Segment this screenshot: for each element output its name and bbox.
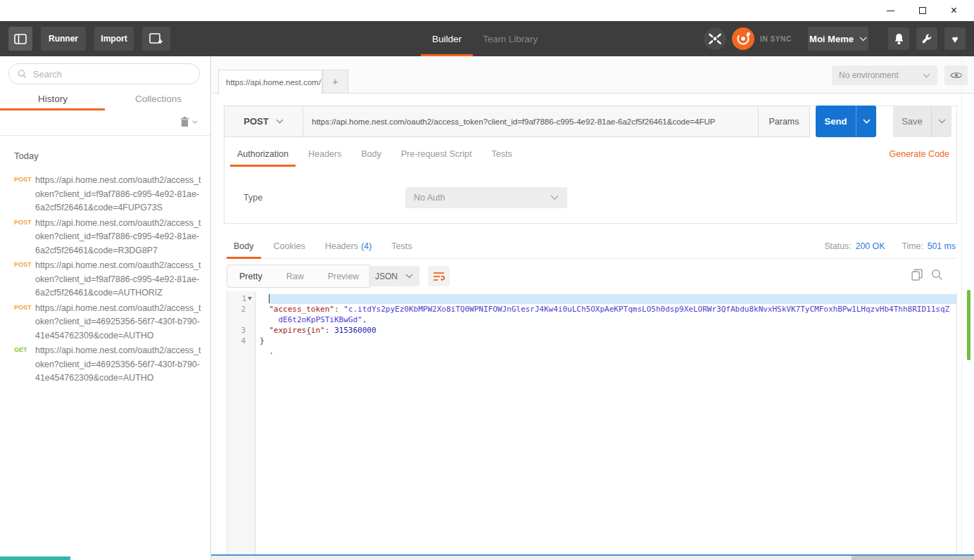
horizontal-scrollbar[interactable] — [211, 554, 974, 560]
view-pretty-button[interactable]: Pretty — [227, 265, 274, 287]
search-response-button[interactable] — [931, 269, 943, 284]
tab-pre-request-script[interactable]: Pre-request Script — [391, 141, 482, 167]
params-button[interactable]: Params — [758, 106, 809, 136]
line-number: 2 — [227, 304, 255, 314]
response-view-switcher: Pretty Raw Preview — [227, 265, 372, 288]
tab-response-cookies[interactable]: Cookies — [264, 234, 315, 259]
vertical-scrollbar-thumb[interactable] — [967, 290, 970, 360]
new-window-button[interactable] — [142, 27, 170, 51]
tab-headers[interactable]: Headers — [298, 141, 351, 167]
close-icon: × — [951, 5, 957, 16]
tab-label: Tests — [391, 241, 412, 251]
history-section-label: Today — [14, 151, 39, 161]
send-button[interactable]: Send — [816, 106, 856, 137]
tab-response-body[interactable]: Body — [224, 234, 264, 259]
tab-team-library[interactable]: Team Library — [483, 21, 538, 56]
list-item[interactable]: POST https://api.home.nest.com/oauth2/ac… — [0, 217, 210, 258]
history-list: POST https://api.home.nest.com/oauth2/ac… — [0, 174, 210, 387]
runner-button[interactable]: Runner — [41, 27, 86, 51]
code-token: "access_token" — [269, 305, 334, 314]
trash-icon — [180, 117, 189, 127]
send-options-button[interactable] — [856, 106, 876, 137]
sidebar-toggle-icon — [14, 34, 27, 44]
auth-type-value: No Auth — [414, 193, 445, 203]
tab-label: Tests — [491, 149, 512, 159]
search-input[interactable] — [8, 63, 200, 84]
method-selector[interactable]: POST — [224, 106, 303, 136]
time-label: Time: — [902, 241, 923, 251]
main-panel: https://api.home.nest.com/ + No environm… — [211, 56, 974, 560]
request-tab[interactable]: https://api.home.nest.com/ — [218, 70, 322, 94]
fold-caret-icon[interactable] — [248, 297, 252, 300]
code-token — [260, 326, 269, 335]
generate-code-link[interactable]: Generate Code — [890, 141, 949, 167]
editor-code-area[interactable]: { "access_token": "c.itdYs2pyEz0KbMPW2Xo… — [255, 291, 956, 554]
new-tab-button[interactable]: + — [322, 70, 348, 94]
save-button[interactable]: Save — [893, 106, 931, 137]
format-selector[interactable]: JSON — [369, 266, 419, 286]
environment-selector[interactable]: No environment — [832, 65, 937, 85]
chevron-down-icon — [405, 274, 413, 279]
search-field[interactable] — [33, 69, 191, 79]
tab-label: Headers — [308, 149, 341, 159]
chevron-down-icon — [859, 37, 867, 42]
maximize-icon — [919, 7, 926, 14]
sync-status-button[interactable] — [732, 27, 754, 50]
account-menu-button[interactable]: Moi Meme — [808, 27, 868, 51]
copy-response-button[interactable] — [911, 269, 923, 284]
view-raw-button[interactable]: Raw — [274, 265, 316, 287]
favorites-button[interactable]: ♥ — [944, 27, 966, 50]
chevron-down-icon — [923, 73, 930, 78]
history-url: https://api.home.nest.com/oauth2/access_… — [35, 344, 203, 386]
list-item[interactable]: POST https://api.home.nest.com/oauth2/ac… — [0, 174, 210, 215]
list-item[interactable]: GET https://api.home.nest.com/oauth2/acc… — [0, 344, 210, 386]
save-options-button[interactable] — [931, 106, 951, 137]
tab-history[interactable]: History — [0, 90, 106, 108]
notifications-button[interactable] — [888, 27, 909, 50]
list-item[interactable]: POST https://api.home.nest.com/oauth2/ac… — [0, 259, 210, 300]
code-line: dE6t2oKpPSTiKBwGd", — [260, 314, 956, 325]
line-number: 3 — [227, 325, 255, 336]
tab-body[interactable]: Body — [351, 141, 391, 167]
tab-response-headers[interactable]: Headers(4) — [315, 234, 382, 259]
bell-icon — [894, 33, 904, 45]
team-library-label: Team Library — [483, 34, 538, 44]
sync-status-text: IN SYNC — [760, 21, 792, 56]
horizontal-scrollbar-thumb[interactable] — [852, 556, 974, 560]
url-input[interactable] — [312, 117, 750, 126]
method-badge: GET — [14, 346, 27, 353]
import-button[interactable]: Import — [94, 27, 134, 51]
environment-value: No environment — [839, 70, 899, 80]
tab-authorization[interactable]: Authorization — [227, 141, 298, 167]
chevron-down-icon — [550, 195, 559, 201]
tab-tests[interactable]: Tests — [481, 141, 521, 167]
minimize-button[interactable] — [875, 0, 906, 21]
settings-button[interactable] — [916, 27, 937, 50]
clear-history-button[interactable] — [180, 117, 198, 127]
environment-preview-button[interactable] — [944, 65, 968, 85]
view-preview-button[interactable]: Preview — [316, 265, 371, 287]
maximize-button[interactable] — [906, 0, 938, 21]
status-label: Status: — [824, 241, 851, 251]
chevron-down-icon — [276, 119, 284, 124]
response-toolbar: Pretty Raw Preview JSON — [224, 263, 957, 288]
sidebar-scrollbar[interactable] — [0, 556, 70, 560]
sidebar-toggle-button[interactable] — [8, 27, 32, 51]
search-icon — [18, 69, 27, 79]
wrap-text-icon — [433, 272, 445, 281]
proxy-capture-button[interactable] — [704, 27, 726, 50]
tab-response-tests[interactable]: Tests — [381, 234, 422, 259]
tab-builder[interactable]: Builder — [419, 21, 474, 56]
close-button[interactable]: × — [938, 0, 970, 21]
code-line: . — [260, 346, 956, 357]
url-input-wrap — [303, 106, 758, 136]
titlebar: × — [0, 0, 974, 21]
request-section-tabs: Authorization Headers Body Pre-request S… — [227, 141, 522, 167]
code-token — [260, 305, 269, 314]
tab-collections[interactable]: Collections — [106, 90, 211, 108]
code-token: 315360000 — [334, 326, 377, 335]
auth-type-selector[interactable]: No Auth — [405, 187, 567, 208]
response-body-editor[interactable]: 1 2 3 4 { "access_token": "c.itdYs2pyEz0… — [227, 291, 957, 554]
wrap-text-button[interactable] — [428, 266, 450, 286]
list-item[interactable]: POST https://api.home.nest.com/oauth2/ac… — [0, 302, 210, 343]
